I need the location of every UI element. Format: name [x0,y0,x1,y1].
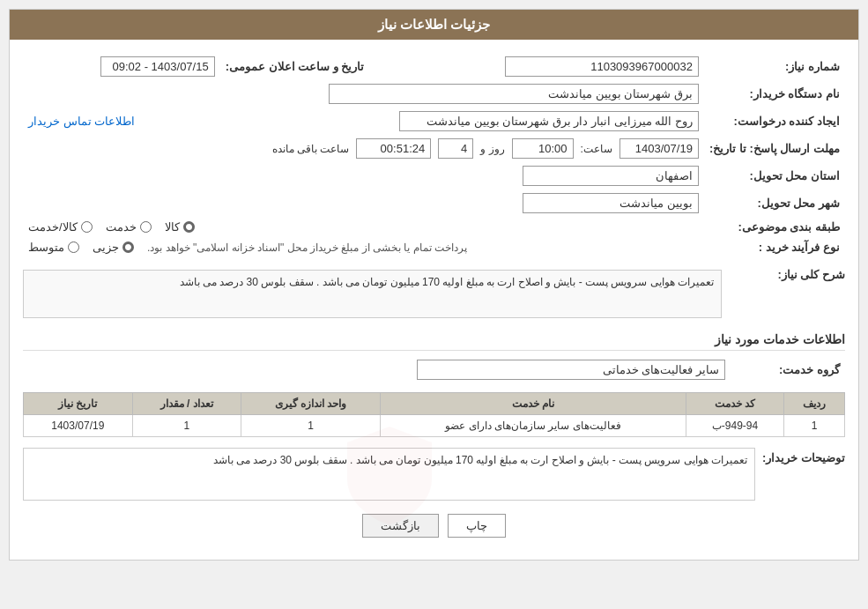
cell-row: 1 [784,415,845,437]
province-value: اصفهان [523,166,699,186]
radio-partial-icon [122,241,134,253]
cell-quantity: 1 [132,415,241,437]
category-kala-service[interactable]: کالا/خدمت [28,220,93,234]
deadline-days: 4 [438,138,473,159]
creator-value: روح الله میرزایی انبار دار برق شهرستان ب… [399,111,699,131]
general-desc-label: شرح کلی نیاز: [731,268,845,281]
deadline-days-label: روز و [480,143,504,155]
cell-code: 949-94-ب [686,415,783,437]
category-kala-label: کالا [165,220,180,234]
col-code: کد خدمت [686,393,783,415]
need-number-label: شماره نیاز: [704,53,845,80]
city-value: بویین میاندشت [523,193,699,213]
process-note: پرداخت تمام یا بخشی از مبلغ خریداز محل "… [147,241,467,254]
category-kala-service-label: کالا/خدمت [28,220,78,234]
print-button[interactable]: چاپ [448,514,506,538]
deadline-time-label: ساعت: [581,143,612,155]
process-label: نوع فرآیند خرید : [704,237,845,257]
col-unit: واحد اندازه گیری [241,393,381,415]
col-date: تاریخ نیاز [24,393,133,415]
deadline-remaining: 00:51:24 [356,138,431,159]
category-service[interactable]: خدمت [106,220,152,234]
category-kala[interactable]: کالا [165,220,195,234]
city-label: شهر محل تحویل: [704,189,845,217]
page-title: جزئیات اطلاعات نیاز [10,10,858,40]
buyer-desc-label: توضیحات خریدار: [762,451,845,464]
requester-org-label: نام دستگاه خریدار: [704,80,845,108]
deadline-label: مهلت ارسال پاسخ: تا تاریخ: [704,135,845,162]
process-partial[interactable]: جزیی [93,241,134,254]
announce-date-label: تاریخ و ساعت اعلان عمومی: [220,53,382,80]
deadline-remaining-label: ساعت باقی مانده [272,143,350,155]
requester-org-value: برق شهرستان بویین میاندشت [329,84,699,104]
process-medium[interactable]: متوسط [28,241,79,254]
radio-medium-icon [68,241,79,253]
deadline-time: 10:00 [512,138,574,159]
general-desc-value: تعمیرات هوایی سرویس پست - بایش و اصلاح ا… [23,270,722,318]
process-medium-label: متوسط [28,241,64,254]
service-group-label: گروه خدمت: [731,356,845,383]
announce-date-value: 1403/07/15 - 09:02 [100,56,215,77]
service-group-value: سایر فعالیت‌های خدماتی [417,360,725,380]
process-partial-label: جزیی [93,241,119,254]
need-number-value: 1103093967000032 [505,56,699,77]
cell-date: 1403/07/19 [24,415,133,437]
radio-kala-service-icon [81,221,93,233]
category-service-label: خدمت [106,220,137,234]
radio-service-icon [140,221,152,233]
creator-label: ایجاد کننده درخواست: [704,108,845,135]
service-info-title: اطلاعات خدمات مورد نیاز [23,332,845,351]
watermark-icon [337,421,442,527]
col-row: ردیف [784,393,845,415]
col-quantity: تعداد / مقدار [132,393,241,415]
category-label: طبقه بندی موضوعی: [704,217,845,237]
contact-link[interactable]: اطلاعات تماس خریدار [28,115,135,128]
buyer-desc-value: تعمیرات هوایی سرویس پست - بایش و اصلاح ا… [23,448,755,501]
radio-kala-icon [183,221,195,233]
deadline-date: 1403/07/19 [619,138,699,159]
col-name: نام خدمت [381,393,686,415]
province-label: استان محل تحویل: [704,162,845,189]
